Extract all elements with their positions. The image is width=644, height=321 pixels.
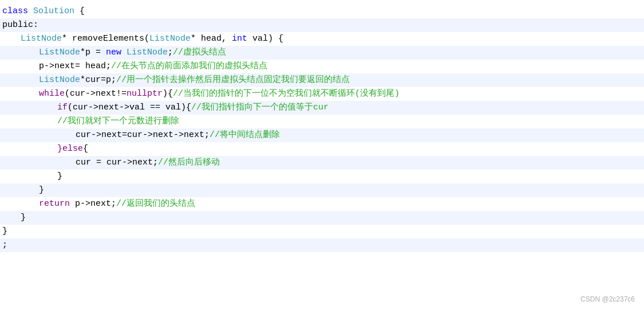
code-line: } xyxy=(0,211,644,225)
code-line: cur = cur->next;//然后向后移动 xyxy=(0,156,644,170)
code-line: if(cur->next->val == val){//我们指针指向下一个的值等… xyxy=(0,101,644,115)
code-line: ListNode*cur=p;//用一个指针去操作然后用虚拟头结点固定我们要返回… xyxy=(0,73,644,87)
code-line: p->next= head;//在头节点的前面添加我们的虚拟头结点 xyxy=(0,60,644,73)
code-line: cur->next=cur->next->next;//将中间结点删除 xyxy=(0,128,644,142)
code-line: } xyxy=(0,170,644,183)
code-line: while(cur->next!=nullptr){//当我们的指针的下一位不为… xyxy=(0,87,644,101)
code-line: ListNode* removeElements(ListNode* head,… xyxy=(0,32,644,46)
csdn-watermark: CSDN @2c237c6 xyxy=(580,294,635,305)
code-line: //我们就对下一个元数进行删除 xyxy=(0,115,644,128)
code-line: } xyxy=(0,225,644,238)
code-line: ; xyxy=(0,238,644,252)
code-line: ListNode*p = new ListNode;//虚拟头结点 xyxy=(0,46,644,60)
code-line: public: xyxy=(0,18,644,32)
code-block: class Solution {public:ListNode* removeE… xyxy=(0,0,644,310)
code-line: class Solution { xyxy=(0,5,644,18)
code-line: }else{ xyxy=(0,142,644,156)
code-line: } xyxy=(0,183,644,197)
code-line: return p->next;//返回我们的头结点 xyxy=(0,197,644,211)
